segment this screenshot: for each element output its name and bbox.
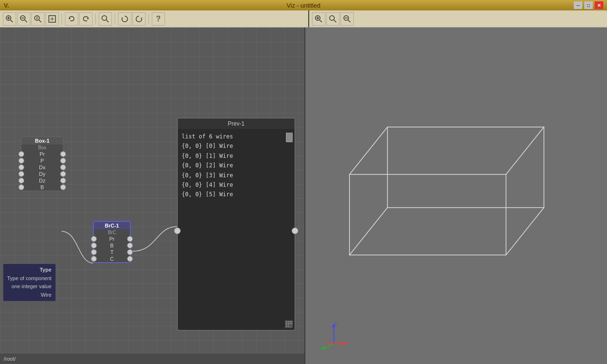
box1-port-dz: Dz — [21, 177, 63, 184]
brc1-port-t-out[interactable] — [127, 249, 133, 255]
window-controls: ─ □ ✕ — [574, 1, 603, 9]
right-toolbar — [308, 10, 607, 27]
tooltip-line-0: Type of component — [7, 274, 52, 283]
tooltip-box: Type Type of component one integer value… — [3, 264, 56, 301]
svg-line-20 — [320, 20, 322, 22]
axis-indicator: Z X Y — [320, 321, 348, 350]
brc1-port-b-in[interactable] — [91, 243, 97, 248]
brc1-port-b-out[interactable] — [127, 243, 133, 248]
prev1-scrollbar[interactable] — [286, 133, 293, 218]
box1-node: Box-1 Box Pr P Dx Dy — [21, 136, 64, 191]
box1-port-p: P — [21, 157, 63, 164]
svg-point-13 — [102, 16, 107, 20]
prev1-line-5: {0, 0} [4] Wire — [182, 180, 291, 190]
svg-marker-28 — [349, 208, 544, 255]
status-path: /root/ — [4, 356, 16, 362]
search-button[interactable] — [99, 12, 112, 26]
box1-title: Box-1 — [21, 137, 63, 145]
brc1-port-b: B — [94, 242, 130, 249]
toolbar-divider-2 — [95, 13, 96, 25]
svg-line-14 — [106, 20, 109, 22]
refresh1-button[interactable] — [118, 12, 131, 26]
tooltip-title: Type — [7, 266, 52, 274]
zoom-in-button[interactable] — [17, 12, 30, 26]
refresh2-button[interactable] — [132, 12, 146, 26]
zoom-fit-button[interactable] — [46, 12, 59, 26]
undo-button[interactable] — [65, 12, 78, 26]
redo-button[interactable] — [79, 12, 92, 26]
vp-zoom-in-button[interactable] — [312, 12, 325, 26]
prev1-port-left[interactable] — [174, 228, 181, 234]
svg-text:Z: Z — [335, 321, 337, 326]
brc1-node: BrC-1 BrC Pr B T C — [93, 221, 131, 263]
box1-port-b: B — [21, 184, 63, 191]
brc1-title: BrC-1 — [94, 222, 130, 229]
help-button[interactable]: ? — [152, 12, 165, 26]
box1-port-dy-out[interactable] — [60, 171, 66, 177]
box1-port-dx-out[interactable] — [60, 164, 66, 170]
prev1-panel: Prev-1 list of 6 wires {0, 0} [0] Wire {… — [177, 118, 295, 331]
box1-port-b-out[interactable] — [60, 184, 66, 190]
prev1-line-4: {0, 0} [3] Wire — [182, 171, 291, 180]
toolbar-divider-1 — [62, 13, 62, 25]
box1-port-pr-connector[interactable] — [18, 151, 24, 157]
brc1-port-t: T — [94, 249, 130, 255]
prev1-line-0: list of 6 wires — [182, 132, 291, 141]
prev1-title: Prev-1 — [178, 118, 294, 129]
restore-button[interactable]: □ — [584, 1, 593, 9]
vp-zoom-out-button[interactable] — [340, 12, 354, 26]
zoom-add-button[interactable] — [3, 12, 16, 26]
tooltip-line-1: one integer value — [7, 282, 52, 291]
3d-viewport[interactable]: Z X Y — [305, 27, 607, 364]
vp-zoom-button[interactable] — [326, 12, 340, 26]
prev1-line-3: {0, 0} [2] Wire — [182, 161, 291, 170]
box1-port-b-connector[interactable] — [18, 184, 24, 190]
svg-line-8 — [39, 20, 41, 22]
svg-line-24 — [334, 20, 336, 22]
tooltip-line-2: Wire — [7, 291, 52, 300]
toolbar-divider-4 — [148, 13, 149, 25]
box1-port-dz-out[interactable] — [60, 178, 66, 183]
main-area: Box-1 Box Pr P Dx Dy — [0, 27, 607, 364]
statusbar: /root/ — [0, 354, 304, 364]
brc1-port-c-in[interactable] — [91, 256, 97, 262]
window-title: Viz - untitled — [286, 2, 320, 9]
titlebar: V. Viz - untitled ─ □ ✕ — [0, 0, 607, 10]
brc1-port-c: C — [94, 255, 130, 262]
box1-port-pr: Pr — [21, 151, 63, 157]
box1-port-dx-connector[interactable] — [18, 164, 24, 170]
box1-port-dx: Dx — [21, 164, 63, 171]
box1-port-dz-connector[interactable] — [18, 178, 24, 183]
prev1-line-2: {0, 0} [1] Wire — [182, 151, 291, 161]
brc1-port-t-in[interactable] — [91, 249, 97, 255]
brc1-port-pr-out[interactable] — [127, 236, 133, 242]
prev1-resize-handle[interactable] — [285, 320, 293, 328]
brc1-port-pr: Pr — [94, 236, 130, 242]
brc1-port-pr-in[interactable] — [91, 236, 97, 242]
minimize-button[interactable]: ─ — [574, 1, 582, 9]
box1-subtitle: Box — [21, 145, 63, 151]
svg-line-26 — [348, 20, 350, 22]
scrollbar-thumb[interactable] — [286, 133, 293, 142]
svg-point-23 — [330, 16, 334, 20]
svg-text:Y: Y — [321, 346, 323, 350]
brc1-port-c-out[interactable] — [127, 256, 133, 262]
close-button[interactable]: ✕ — [595, 1, 603, 9]
box1-port-pr-out[interactable] — [60, 151, 66, 157]
box1-port-dy-connector[interactable] — [18, 171, 24, 177]
node-editor[interactable]: Box-1 Box Pr P Dx Dy — [0, 27, 305, 364]
prev1-line-6: {0, 0} [5] Wire — [182, 190, 291, 199]
svg-text:X: X — [345, 341, 348, 346]
box1-port-p-out[interactable] — [60, 158, 66, 164]
prev1-port-right[interactable] — [292, 228, 298, 234]
toolbar-divider-3 — [115, 13, 115, 25]
box1-port-dy: Dy — [21, 171, 63, 177]
zoom-out-button[interactable] — [31, 12, 45, 26]
app-logo: V. — [4, 2, 9, 9]
svg-line-5 — [25, 20, 27, 22]
prev1-line-1: {0, 0} [0] Wire — [182, 141, 291, 151]
svg-line-1 — [10, 20, 13, 22]
brc1-subtitle: BrC — [94, 229, 130, 236]
viewport-wireframe — [305, 27, 607, 364]
box1-port-p-connector[interactable] — [18, 158, 24, 164]
